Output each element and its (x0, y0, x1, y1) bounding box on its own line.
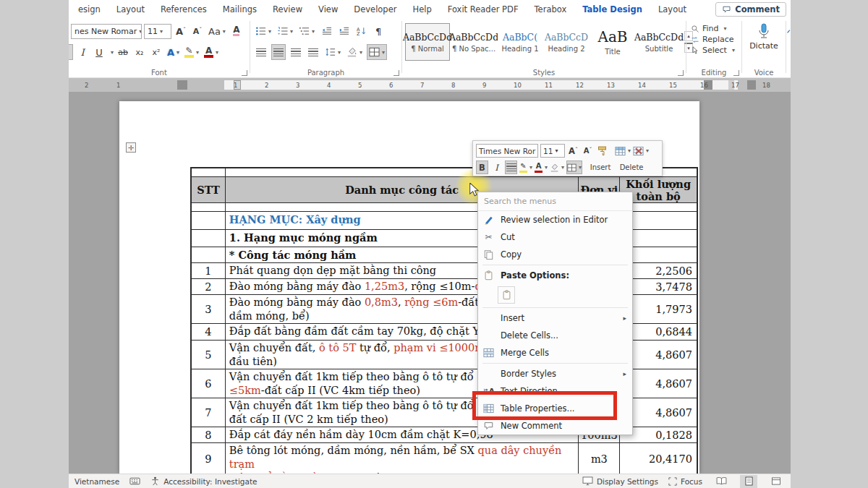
ribbon-tab-help[interactable]: Help (404, 1, 439, 17)
menu-search-input[interactable]: Search the menus (478, 192, 632, 211)
macro-record-button[interactable] (129, 477, 140, 485)
menu-item-merge-cells[interactable]: Merge Cells (478, 344, 632, 361)
align-left-button[interactable] (254, 44, 268, 60)
mini-delete-table-button[interactable]: ▾ (633, 144, 649, 158)
ribbon-tab-review[interactable]: Review (265, 1, 310, 17)
cell-stt[interactable] (192, 247, 226, 262)
style-subtitle[interactable]: AaBbCcDdSubtitle (637, 23, 681, 61)
ribbon-tab-esign[interactable]: esign (70, 1, 109, 17)
cell-description[interactable]: Bê tông lót móng, dầm móng, nền hầm, bể … (226, 443, 579, 474)
mini-insert-table-button[interactable]: ▾ (615, 144, 631, 158)
mini-grow-font-button[interactable]: Aˆ (567, 144, 579, 158)
mini-delete-label[interactable]: Delete (617, 163, 646, 171)
justify-button[interactable] (306, 44, 320, 60)
horizontal-ruler[interactable]: 21123456789101112131415161718 (69, 78, 791, 92)
menu-item-cut[interactable]: ✂Cut (478, 228, 632, 246)
language-status[interactable]: Vietnamese (75, 477, 119, 486)
font-dialog-launcher[interactable] (242, 70, 247, 76)
paste-clipboard-icon[interactable] (498, 286, 515, 304)
ribbon-tab-references[interactable]: References (153, 1, 215, 17)
line-spacing-button[interactable]: ▾ (323, 44, 342, 60)
menu-item-border-styles[interactable]: Border Styles▸ (478, 365, 632, 382)
cell-quantity[interactable]: 20,4170 (620, 443, 697, 474)
dictate-button[interactable]: Dictate (742, 22, 786, 51)
ribbon-tab-terabox[interactable]: Terabox (527, 1, 575, 17)
paste-option-button[interactable] (478, 284, 632, 306)
ribbon-tab-mailings[interactable]: Mailings (215, 1, 265, 17)
menu-item-copy[interactable]: Copy (478, 246, 632, 263)
ribbon-tab-developer[interactable]: Developer (346, 1, 404, 17)
increase-indent-button[interactable] (336, 23, 351, 39)
cell-stt[interactable] (192, 203, 226, 211)
font-color-button[interactable]: A▾ (203, 44, 220, 60)
style--no-spac-[interactable]: AaBbCcDd¶ No Spac... (451, 23, 496, 61)
paragraph-dialog-launcher[interactable] (393, 70, 399, 76)
accessibility-status[interactable]: Accessibility: Investigate (150, 476, 257, 486)
cell-stt[interactable]: 6 (192, 369, 226, 398)
clear-formatting-button[interactable]: A (229, 23, 244, 39)
cell-stt[interactable] (192, 230, 226, 247)
print-layout-button[interactable] (740, 475, 757, 488)
cell-stt[interactable]: 7 (192, 398, 226, 427)
align-center-button[interactable] (271, 44, 286, 60)
style-heading-1[interactable]: AaBbC(Heading 1 (498, 23, 542, 61)
display-settings-button[interactable]: Display Settings (582, 476, 658, 486)
ruler-column-marker[interactable] (747, 80, 756, 90)
select-button[interactable]: Select▾ (691, 46, 735, 55)
style-title[interactable]: AaBTitle (590, 23, 635, 61)
ribbon-tab-table-design[interactable]: Table Design (574, 1, 650, 17)
subscript-button[interactable]: x₂ (132, 44, 147, 60)
mini-borders-button[interactable]: ▾ (566, 160, 582, 174)
multilevel-list-button[interactable]: ▾ (297, 23, 316, 39)
strikethrough-button[interactable]: ab (116, 44, 130, 60)
mini-align-button[interactable] (505, 160, 517, 174)
sort-button[interactable]: AZ (354, 23, 368, 39)
shading-button[interactable]: ▾ (345, 44, 364, 60)
mini-shading-button[interactable]: ▾ (550, 160, 564, 174)
focus-button[interactable]: Focus (668, 477, 702, 486)
header-stt[interactable]: STT (192, 177, 226, 202)
shrink-font-button[interactable]: Aˇ (190, 23, 205, 39)
editing-dialog-launcher[interactable] (733, 70, 739, 76)
mini-font-size-combo[interactable]: 11▾ (540, 144, 565, 158)
mini-insert-label[interactable]: Insert (586, 163, 615, 171)
cell-stt[interactable] (192, 212, 226, 229)
styles-dialog-launcher[interactable] (678, 70, 684, 76)
change-case-button[interactable]: Aa▾ (207, 23, 227, 39)
mini-shrink-font-button[interactable]: Aˇ (582, 144, 594, 158)
numbered-list-button[interactable]: ▾ (276, 23, 294, 39)
ruler-margin-block[interactable] (177, 80, 187, 90)
menu-item-paste-options[interactable]: Paste Options: (478, 267, 632, 284)
table-row[interactable]: 9Bê tông lót móng, dầm móng, nền hầm, bể… (192, 443, 697, 474)
italic-button[interactable]: I (75, 44, 90, 60)
web-layout-button[interactable] (767, 475, 785, 488)
bold-button-partial[interactable] (69, 44, 73, 60)
font-size-combo[interactable]: 11▾ (144, 24, 171, 39)
cell-stt[interactable]: 8 (192, 427, 226, 442)
cell-stt[interactable] (192, 168, 226, 176)
mini-bold-button[interactable]: B (476, 160, 488, 174)
mini-font-name-combo[interactable]: Times New Ror▾ (476, 144, 538, 158)
comment-button[interactable]: Comment (715, 2, 786, 17)
highlight-color-button[interactable]: ✎▾ (183, 44, 200, 60)
cell-unit[interactable]: m3 (579, 443, 620, 474)
mini-highlight-button[interactable]: ✎▾ (519, 160, 532, 174)
style-heading-2[interactable]: AaBbCcDHeading 2 (544, 23, 589, 61)
superscript-button[interactable]: x² (149, 44, 163, 60)
mini-font-color-button[interactable]: A▾ (535, 160, 548, 174)
read-mode-button[interactable] (712, 475, 730, 488)
ribbon-tab-layout[interactable]: Layout (650, 1, 694, 17)
menu-item-review-selection-in-editor[interactable]: Review selection in Editor (478, 211, 632, 228)
font-name-combo[interactable]: nes New Romar▾ (71, 24, 142, 39)
cell-stt[interactable]: 1 (192, 263, 226, 278)
cell-stt[interactable]: 9 (192, 443, 226, 474)
cell-stt[interactable]: 5 (192, 341, 226, 369)
borders-button[interactable]: ▾ (367, 44, 387, 60)
style--normal[interactable]: AaBbCcDd¶ Normal (405, 23, 450, 61)
menu-item-delete-cells[interactable]: Delete Cells... (478, 327, 632, 344)
find-button[interactable]: Find▾ (691, 24, 735, 33)
cell-stt[interactable]: 2 (192, 279, 226, 294)
ribbon-tab-view[interactable]: View (310, 1, 346, 17)
cell-stt[interactable]: 3 (192, 295, 226, 323)
text-effects-button[interactable]: A▾ (166, 44, 181, 60)
